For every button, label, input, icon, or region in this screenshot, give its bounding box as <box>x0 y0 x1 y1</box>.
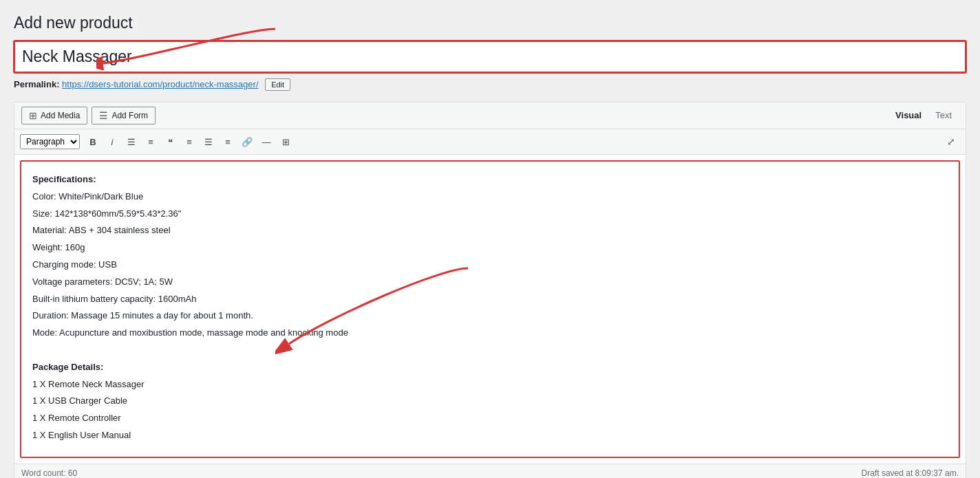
link-button[interactable]: 🔗 <box>238 133 256 151</box>
add-media-button[interactable]: ⊞ Add Media <box>21 107 87 124</box>
media-icon: ⊞ <box>29 110 37 121</box>
italic-button[interactable]: i <box>103 133 121 151</box>
pkg-item-3: 1 X Remote Controller <box>32 411 948 426</box>
format-bar-left: Paragraph B i ☰ ≡ ❝ ≡ ☰ ≡ 🔗 — ⊞ <box>20 133 295 151</box>
draft-saved: Draft saved at 8:09:37 am. <box>862 468 959 478</box>
permalink-row: Permalink: https://dsers-tutorial.com/pr… <box>14 78 966 91</box>
permalink-edit-button[interactable]: Edit <box>265 78 290 91</box>
editor-status-bar: Word count: 60 Draft saved at 8:09:37 am… <box>14 464 966 478</box>
ordered-list-button[interactable]: ≡ <box>142 133 160 151</box>
spec-duration: Duration: Massage 15 minutes a day for a… <box>32 309 948 323</box>
permalink-label: Permalink: <box>14 79 59 89</box>
word-count: Word count: 60 <box>21 468 77 478</box>
paragraph-select[interactable]: Paragraph <box>20 134 80 149</box>
table-button[interactable]: ⊞ <box>277 133 295 151</box>
add-form-button[interactable]: ☰ Add Form <box>92 107 156 124</box>
expand-editor-button[interactable]: ⤢ <box>942 133 960 151</box>
toolbar-left: ⊞ Add Media ☰ Add Form <box>21 107 156 124</box>
unordered-list-button[interactable]: ☰ <box>122 133 140 151</box>
form-icon: ☰ <box>99 110 108 121</box>
spec-charging: Charging mode: USB <box>32 258 948 272</box>
spec-battery: Built-in lithium battery capacity: 1600m… <box>32 292 948 307</box>
specifications-heading: Specifications: <box>32 174 96 184</box>
spec-voltage: Voltage parameters: DC5V; 1A; 5W <box>32 275 948 290</box>
pkg-item-4: 1 X English User Manual <box>32 428 948 443</box>
permalink-url[interactable]: https://dsers-tutorial.com/product/neck-… <box>62 79 258 89</box>
editor-format-bar: Paragraph B i ☰ ≡ ❝ ≡ ☰ ≡ 🔗 — ⊞ ⤢ <box>14 129 966 155</box>
package-heading: Package Details: <box>32 362 103 372</box>
pkg-item-1: 1 X Remote Neck Massager <box>32 378 948 392</box>
bold-button[interactable]: B <box>84 133 102 151</box>
spec-material: Material: ABS + 304 stainless steel <box>32 224 948 238</box>
align-right-button[interactable]: ≡ <box>219 133 237 151</box>
horizontal-rule-button[interactable]: — <box>257 133 275 151</box>
visual-text-tabs: Visual Text <box>888 107 959 124</box>
spec-size: Size: 142*138*60mm/5.59*5.43*2.36" <box>32 207 948 221</box>
tab-visual[interactable]: Visual <box>888 107 928 124</box>
editor-toolbar-top: ⊞ Add Media ☰ Add Form Visual Text <box>14 102 966 129</box>
align-center-button[interactable]: ☰ <box>200 133 217 151</box>
pkg-item-2: 1 X USB Charger Cable <box>32 394 948 409</box>
page-title: Add new product <box>14 14 966 32</box>
align-left-button[interactable]: ≡ <box>180 133 198 151</box>
blockquote-button[interactable]: ❝ <box>161 133 179 151</box>
editor-content[interactable]: Specifications: Color: White/Pink/Dark B… <box>20 160 960 458</box>
tab-text[interactable]: Text <box>928 107 959 124</box>
spec-weight: Weight: 160g <box>32 241 948 255</box>
spec-color: Color: White/Pink/Dark Blue <box>32 190 948 204</box>
spec-mode: Mode: Acupuncture and moxibustion mode, … <box>32 326 948 340</box>
product-title-input[interactable] <box>14 41 966 73</box>
editor-container: ⊞ Add Media ☰ Add Form Visual Text Parag… <box>14 102 966 478</box>
